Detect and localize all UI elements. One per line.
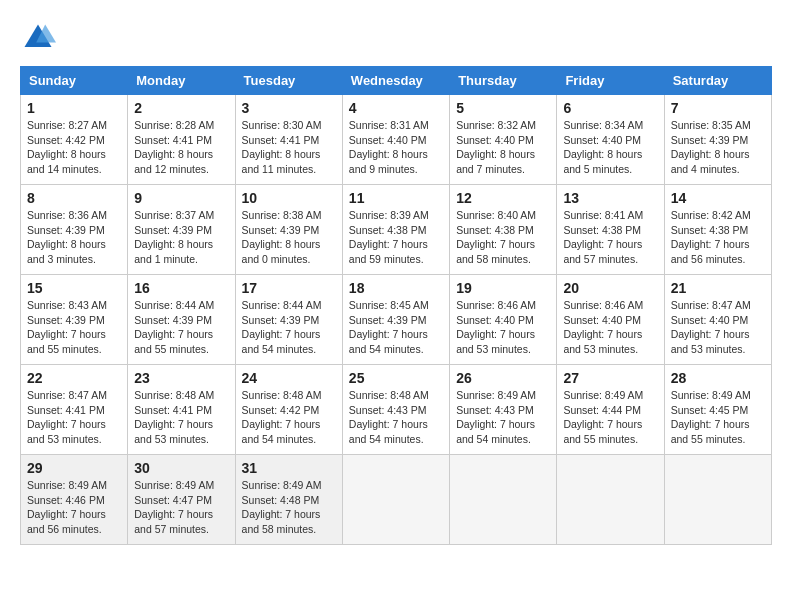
day-number: 18 (349, 280, 443, 296)
calendar-cell (342, 455, 449, 545)
day-number: 27 (563, 370, 657, 386)
calendar-cell: 28Sunrise: 8:49 AMSunset: 4:45 PMDayligh… (664, 365, 771, 455)
calendar-cell: 30Sunrise: 8:49 AMSunset: 4:47 PMDayligh… (128, 455, 235, 545)
day-number: 6 (563, 100, 657, 116)
calendar-cell: 13Sunrise: 8:41 AMSunset: 4:38 PMDayligh… (557, 185, 664, 275)
calendar-cell (664, 455, 771, 545)
calendar-cell: 4Sunrise: 8:31 AMSunset: 4:40 PMDaylight… (342, 95, 449, 185)
weekday-header-monday: Monday (128, 67, 235, 95)
calendar-cell: 2Sunrise: 8:28 AMSunset: 4:41 PMDaylight… (128, 95, 235, 185)
day-number: 20 (563, 280, 657, 296)
day-info: Sunrise: 8:30 AMSunset: 4:41 PMDaylight:… (242, 118, 336, 177)
day-number: 28 (671, 370, 765, 386)
calendar-cell: 5Sunrise: 8:32 AMSunset: 4:40 PMDaylight… (450, 95, 557, 185)
day-number: 4 (349, 100, 443, 116)
day-info: Sunrise: 8:43 AMSunset: 4:39 PMDaylight:… (27, 298, 121, 357)
day-number: 8 (27, 190, 121, 206)
calendar-cell: 24Sunrise: 8:48 AMSunset: 4:42 PMDayligh… (235, 365, 342, 455)
calendar-cell: 17Sunrise: 8:44 AMSunset: 4:39 PMDayligh… (235, 275, 342, 365)
calendar-cell: 6Sunrise: 8:34 AMSunset: 4:40 PMDaylight… (557, 95, 664, 185)
day-number: 17 (242, 280, 336, 296)
calendar-cell: 21Sunrise: 8:47 AMSunset: 4:40 PMDayligh… (664, 275, 771, 365)
calendar-cell: 11Sunrise: 8:39 AMSunset: 4:38 PMDayligh… (342, 185, 449, 275)
day-info: Sunrise: 8:31 AMSunset: 4:40 PMDaylight:… (349, 118, 443, 177)
day-number: 1 (27, 100, 121, 116)
calendar-cell: 15Sunrise: 8:43 AMSunset: 4:39 PMDayligh… (21, 275, 128, 365)
day-info: Sunrise: 8:38 AMSunset: 4:39 PMDaylight:… (242, 208, 336, 267)
day-info: Sunrise: 8:39 AMSunset: 4:38 PMDaylight:… (349, 208, 443, 267)
calendar-table: SundayMondayTuesdayWednesdayThursdayFrid… (20, 66, 772, 545)
day-number: 23 (134, 370, 228, 386)
calendar-cell: 29Sunrise: 8:49 AMSunset: 4:46 PMDayligh… (21, 455, 128, 545)
calendar-week-row: 15Sunrise: 8:43 AMSunset: 4:39 PMDayligh… (21, 275, 772, 365)
day-number: 24 (242, 370, 336, 386)
weekday-header-thursday: Thursday (450, 67, 557, 95)
day-info: Sunrise: 8:49 AMSunset: 4:43 PMDaylight:… (456, 388, 550, 447)
day-number: 12 (456, 190, 550, 206)
calendar-cell: 25Sunrise: 8:48 AMSunset: 4:43 PMDayligh… (342, 365, 449, 455)
calendar-cell: 9Sunrise: 8:37 AMSunset: 4:39 PMDaylight… (128, 185, 235, 275)
day-number: 31 (242, 460, 336, 476)
calendar-week-row: 29Sunrise: 8:49 AMSunset: 4:46 PMDayligh… (21, 455, 772, 545)
day-number: 11 (349, 190, 443, 206)
calendar-cell: 16Sunrise: 8:44 AMSunset: 4:39 PMDayligh… (128, 275, 235, 365)
calendar-cell: 8Sunrise: 8:36 AMSunset: 4:39 PMDaylight… (21, 185, 128, 275)
calendar-cell: 7Sunrise: 8:35 AMSunset: 4:39 PMDaylight… (664, 95, 771, 185)
calendar-week-row: 8Sunrise: 8:36 AMSunset: 4:39 PMDaylight… (21, 185, 772, 275)
day-info: Sunrise: 8:41 AMSunset: 4:38 PMDaylight:… (563, 208, 657, 267)
day-info: Sunrise: 8:42 AMSunset: 4:38 PMDaylight:… (671, 208, 765, 267)
day-number: 13 (563, 190, 657, 206)
day-info: Sunrise: 8:46 AMSunset: 4:40 PMDaylight:… (456, 298, 550, 357)
calendar-cell: 22Sunrise: 8:47 AMSunset: 4:41 PMDayligh… (21, 365, 128, 455)
calendar-cell: 18Sunrise: 8:45 AMSunset: 4:39 PMDayligh… (342, 275, 449, 365)
page-header (20, 20, 772, 56)
calendar-cell: 26Sunrise: 8:49 AMSunset: 4:43 PMDayligh… (450, 365, 557, 455)
day-info: Sunrise: 8:45 AMSunset: 4:39 PMDaylight:… (349, 298, 443, 357)
day-info: Sunrise: 8:49 AMSunset: 4:47 PMDaylight:… (134, 478, 228, 537)
day-info: Sunrise: 8:48 AMSunset: 4:42 PMDaylight:… (242, 388, 336, 447)
calendar-cell: 23Sunrise: 8:48 AMSunset: 4:41 PMDayligh… (128, 365, 235, 455)
day-number: 30 (134, 460, 228, 476)
day-info: Sunrise: 8:44 AMSunset: 4:39 PMDaylight:… (134, 298, 228, 357)
day-info: Sunrise: 8:34 AMSunset: 4:40 PMDaylight:… (563, 118, 657, 177)
calendar-cell: 10Sunrise: 8:38 AMSunset: 4:39 PMDayligh… (235, 185, 342, 275)
day-number: 22 (27, 370, 121, 386)
calendar-cell: 3Sunrise: 8:30 AMSunset: 4:41 PMDaylight… (235, 95, 342, 185)
day-info: Sunrise: 8:46 AMSunset: 4:40 PMDaylight:… (563, 298, 657, 357)
day-number: 5 (456, 100, 550, 116)
calendar-cell: 12Sunrise: 8:40 AMSunset: 4:38 PMDayligh… (450, 185, 557, 275)
day-info: Sunrise: 8:36 AMSunset: 4:39 PMDaylight:… (27, 208, 121, 267)
day-number: 19 (456, 280, 550, 296)
calendar-cell: 1Sunrise: 8:27 AMSunset: 4:42 PMDaylight… (21, 95, 128, 185)
day-info: Sunrise: 8:47 AMSunset: 4:40 PMDaylight:… (671, 298, 765, 357)
day-number: 25 (349, 370, 443, 386)
day-info: Sunrise: 8:35 AMSunset: 4:39 PMDaylight:… (671, 118, 765, 177)
weekday-header-friday: Friday (557, 67, 664, 95)
calendar-week-row: 22Sunrise: 8:47 AMSunset: 4:41 PMDayligh… (21, 365, 772, 455)
calendar-cell: 27Sunrise: 8:49 AMSunset: 4:44 PMDayligh… (557, 365, 664, 455)
day-info: Sunrise: 8:49 AMSunset: 4:45 PMDaylight:… (671, 388, 765, 447)
day-info: Sunrise: 8:49 AMSunset: 4:48 PMDaylight:… (242, 478, 336, 537)
day-number: 29 (27, 460, 121, 476)
day-info: Sunrise: 8:49 AMSunset: 4:44 PMDaylight:… (563, 388, 657, 447)
weekday-header-tuesday: Tuesday (235, 67, 342, 95)
calendar-cell: 31Sunrise: 8:49 AMSunset: 4:48 PMDayligh… (235, 455, 342, 545)
day-number: 26 (456, 370, 550, 386)
logo (20, 20, 62, 56)
calendar-header-row: SundayMondayTuesdayWednesdayThursdayFrid… (21, 67, 772, 95)
day-number: 15 (27, 280, 121, 296)
day-number: 21 (671, 280, 765, 296)
day-info: Sunrise: 8:28 AMSunset: 4:41 PMDaylight:… (134, 118, 228, 177)
day-number: 16 (134, 280, 228, 296)
weekday-header-saturday: Saturday (664, 67, 771, 95)
weekday-header-sunday: Sunday (21, 67, 128, 95)
day-number: 7 (671, 100, 765, 116)
day-info: Sunrise: 8:37 AMSunset: 4:39 PMDaylight:… (134, 208, 228, 267)
calendar-cell: 14Sunrise: 8:42 AMSunset: 4:38 PMDayligh… (664, 185, 771, 275)
day-info: Sunrise: 8:27 AMSunset: 4:42 PMDaylight:… (27, 118, 121, 177)
calendar-cell: 20Sunrise: 8:46 AMSunset: 4:40 PMDayligh… (557, 275, 664, 365)
day-info: Sunrise: 8:44 AMSunset: 4:39 PMDaylight:… (242, 298, 336, 357)
day-number: 10 (242, 190, 336, 206)
day-info: Sunrise: 8:49 AMSunset: 4:46 PMDaylight:… (27, 478, 121, 537)
calendar-cell: 19Sunrise: 8:46 AMSunset: 4:40 PMDayligh… (450, 275, 557, 365)
